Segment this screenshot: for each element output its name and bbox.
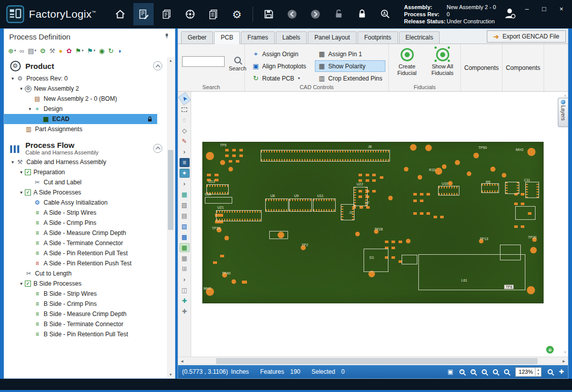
release-flag-button[interactable]: ⚑▾ bbox=[86, 47, 97, 55]
tree-item-new-assembly-2-0-bom[interactable]: ▤New Assembly 2 - 0 (BOM) bbox=[4, 94, 157, 104]
tree-item-cut-to-length[interactable]: ✂Cut to Length bbox=[4, 268, 157, 279]
layer-top-tool[interactable]: ▧ bbox=[180, 222, 190, 231]
pan-tool[interactable]: ✚ bbox=[180, 296, 190, 305]
hold-button[interactable]: ◑ bbox=[116, 47, 123, 55]
tab-panel-layout[interactable]: Panel Layout bbox=[308, 31, 356, 44]
web-button[interactable]: ◉ bbox=[97, 47, 106, 55]
tree-item-b-side-processes[interactable]: ▾✓B Side Processes bbox=[4, 279, 157, 289]
hscroll-thumb[interactable] bbox=[216, 358, 538, 364]
scroll-right-icon[interactable]: ► bbox=[560, 359, 568, 364]
tree-expander-icon[interactable]: ▾ bbox=[18, 170, 25, 175]
wand-tool[interactable]: ✦ bbox=[180, 169, 190, 178]
tree-item-b-side-crimp-pins[interactable]: ≡B Side - Crimp Pins bbox=[4, 299, 157, 309]
zoom-extents-button[interactable]: ⊕ bbox=[546, 346, 554, 354]
tree-expander-icon[interactable]: ▾ bbox=[9, 76, 16, 81]
tree-item-ecad[interactable]: ▦ECAD bbox=[4, 114, 157, 124]
tree-expander-icon[interactable]: ▾ bbox=[18, 86, 25, 91]
zoom-selection-icon[interactable] bbox=[548, 369, 553, 374]
more-tools-1[interactable]: › bbox=[180, 147, 190, 156]
zoom-spinner-arrows[interactable]: ▲▼ bbox=[535, 368, 541, 376]
mesh-view-tool[interactable]: ⊞ bbox=[180, 264, 190, 273]
tree-item-a-side-measure-crimp-depth[interactable]: ≡A Side - Measure Crimp Depth bbox=[4, 228, 157, 238]
scroll-left-icon[interactable]: ◄ bbox=[178, 359, 186, 364]
lock-icon[interactable] bbox=[352, 3, 372, 25]
add-button[interactable]: ⊕▾ bbox=[7, 47, 17, 55]
tools-button[interactable]: ⚒ bbox=[48, 47, 57, 55]
minimize-button[interactable]: – bbox=[523, 5, 530, 13]
scrollbar-track[interactable] bbox=[167, 64, 174, 371]
home-icon[interactable] bbox=[110, 3, 130, 25]
settings-gear-icon[interactable]: ⚙ bbox=[227, 3, 247, 25]
select-tool[interactable]: ➤ bbox=[177, 92, 191, 106]
forward-icon[interactable] bbox=[305, 3, 326, 25]
save-icon[interactable] bbox=[259, 3, 279, 25]
tree-item-b-side-strip-wires[interactable]: ≡B Side - Strip Wires bbox=[4, 289, 157, 299]
tree-expander-icon[interactable]: ▾ bbox=[9, 160, 16, 165]
hatch-view-tool[interactable]: ▨ bbox=[180, 201, 190, 210]
more-tools-3[interactable]: › bbox=[180, 275, 190, 284]
cad-button-rotate-pcb[interactable]: ↻Rotate PCB▾ bbox=[249, 72, 314, 84]
grid-snap-tool[interactable]: ▦ bbox=[180, 243, 190, 252]
tree-item-a-side-pin-retention-pull-test[interactable]: ≡A Side - Pin Retention Pull Test bbox=[4, 248, 157, 258]
flag-button[interactable]: ⚑▾ bbox=[74, 47, 85, 55]
tree-item-a-side-crimp-pins[interactable]: ≡A Side - Crimp Pins bbox=[4, 218, 157, 228]
tree-expander-icon[interactable]: ▾ bbox=[18, 190, 25, 195]
pan-mode-icon[interactable]: ✚ bbox=[559, 368, 564, 375]
tree-item-process-rev-0[interactable]: ▾⚙Process Rev: 0 bbox=[4, 73, 157, 84]
maximize-button[interactable]: □ bbox=[541, 5, 548, 13]
reports-icon[interactable] bbox=[203, 3, 224, 25]
tab-footprints[interactable]: Footprints bbox=[358, 31, 398, 44]
tree-item-cable-and-harness-assembly[interactable]: ▾⚒Cable and Harness Assembly bbox=[4, 157, 157, 167]
board-lock-icon[interactable]: ▣ bbox=[448, 368, 453, 375]
pcb-board[interactable]: TP5J8TP50MH3R33U13C34U21U8U9U11U22U7J1U1… bbox=[202, 142, 543, 303]
tab-electricals[interactable]: Electricals bbox=[399, 31, 440, 44]
export-gencad-button[interactable]: ➔ Export GENCAD File bbox=[487, 30, 566, 43]
tree-item-new-assembly-2[interactable]: ▾⚙New Assembly 2 bbox=[4, 84, 157, 94]
spinner-down-icon[interactable]: ▼ bbox=[535, 372, 541, 376]
scroll-down-icon[interactable]: ▼ bbox=[169, 371, 172, 378]
net-view-tool[interactable]: ▦ bbox=[180, 190, 190, 199]
tree-item-cable-assy-initialization[interactable]: ⚙Cable Assy Initialization bbox=[4, 198, 157, 208]
pcb-canvas[interactable]: TP5J8TP50MH3R33U13C34U21U8U9U11U22U7J1U1… bbox=[191, 92, 568, 357]
tab-pcb[interactable]: PCB bbox=[214, 31, 240, 44]
tree-item-b-side-measure-crimp-depth[interactable]: ≡B Side - Measure Crimp Depth bbox=[4, 309, 157, 319]
horizontal-scrollbar[interactable]: ◄ ► bbox=[178, 357, 568, 365]
ribbon-group-components-1[interactable]: Components bbox=[461, 44, 503, 91]
tree-item-a-side-strip-wires[interactable]: ≡A Side - Strip Wires bbox=[4, 208, 157, 218]
zoom-window-icon[interactable]: + bbox=[459, 369, 464, 374]
material-logistics-icon[interactable] bbox=[157, 3, 177, 25]
tree-item-cut-and-label[interactable]: ✂Cut and Label bbox=[4, 177, 157, 187]
tab-frames[interactable]: Frames bbox=[241, 31, 275, 44]
collapse-flow-button[interactable] bbox=[153, 144, 162, 153]
ribbon-group-components-2[interactable]: Components bbox=[503, 44, 544, 91]
tree-item-design[interactable]: ▾⌖Design bbox=[4, 104, 157, 114]
more-tools-2[interactable]: › bbox=[180, 179, 190, 188]
tree-item-a-side-pin-retention-push-test[interactable]: ≡A Side - Pin Retention Push Test bbox=[4, 258, 157, 268]
cad-button-show-polarity[interactable]: ▦Show Polarity bbox=[315, 60, 385, 72]
tree-expander-icon[interactable]: ▾ bbox=[18, 281, 25, 286]
cad-button-assign-pin-1[interactable]: ▦Assign Pin 1 bbox=[315, 48, 385, 60]
polygon-select-tool[interactable]: ◇ bbox=[180, 126, 190, 135]
plugins-button[interactable]: ✿ bbox=[65, 47, 74, 55]
scroll-up-icon[interactable]: ▲ bbox=[169, 57, 172, 64]
tree-item-a-side-processes[interactable]: ▾✓A Side Processes bbox=[4, 187, 157, 198]
zoom-in-icon[interactable]: + bbox=[471, 369, 476, 374]
lasso-select-tool[interactable]: ◌ bbox=[180, 115, 190, 125]
wire-view-tool[interactable]: ≡ bbox=[180, 158, 190, 167]
back-icon[interactable] bbox=[282, 3, 302, 25]
print-button[interactable]: ▤▾ bbox=[26, 47, 38, 55]
rect-select-tool[interactable] bbox=[180, 105, 190, 114]
tab-labels[interactable]: Labels bbox=[276, 31, 307, 44]
tree-item-part-assignments[interactable]: ▥Part Assignments bbox=[4, 124, 157, 134]
tree-item-b-side-terminate-connector[interactable]: ≡B Side - Terminate Connector bbox=[4, 319, 157, 329]
scroll-down-chevron[interactable]: ˅ bbox=[564, 350, 566, 355]
unlock-icon[interactable] bbox=[329, 3, 349, 25]
cad-button-align-photoplots[interactable]: ▣Align Photoplots bbox=[249, 60, 314, 72]
hscroll-track[interactable] bbox=[186, 357, 560, 365]
pen-select-tool[interactable]: ✎ bbox=[180, 137, 190, 146]
scrollbar-thumb[interactable] bbox=[168, 150, 173, 230]
tree-item-b-side-pin-retention-pull-test[interactable]: ≡B Side - Pin Retention Pull Test bbox=[4, 329, 157, 339]
pin-icon[interactable] bbox=[164, 32, 170, 41]
zoom-extents-icon[interactable] bbox=[504, 369, 509, 374]
layers-flyout-tab[interactable]: Layers bbox=[558, 98, 568, 127]
